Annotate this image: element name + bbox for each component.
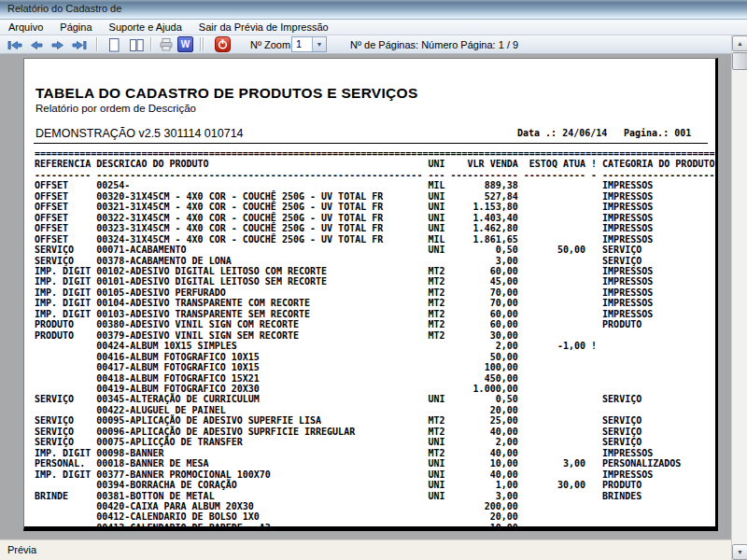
- page-counter-label: Nº de Páginas: Número Página: 1 / 9: [350, 39, 518, 50]
- two-pages-icon: [129, 37, 145, 53]
- first-page-icon: [7, 39, 22, 51]
- single-page-view-button[interactable]: [105, 36, 123, 53]
- menu-item-pagina[interactable]: Página: [51, 20, 100, 35]
- print-button[interactable]: [157, 36, 176, 53]
- previous-page-icon: [29, 39, 44, 51]
- zoom-select[interactable]: 1 ▼: [291, 36, 327, 52]
- report-divider: [34, 143, 708, 144]
- window-titlebar: Relatório do Cadastro de: [0, 0, 747, 20]
- scroll-up-icon: ▲: [737, 40, 743, 47]
- toolbar-separator: [96, 37, 97, 51]
- window-title: Relatório do Cadastro de: [7, 3, 121, 14]
- status-label: Prévia: [7, 544, 36, 555]
- menu-item-suporte-e-ajuda[interactable]: Suporte e Ajuda: [101, 20, 190, 35]
- menu-item-arquivo[interactable]: Arquivo: [0, 20, 51, 35]
- application-window: Relatório do Cadastro de Arquivo Página …: [0, 0, 747, 560]
- report-date: Data .: 24/06/14: [517, 128, 607, 138]
- next-page-icon: [50, 39, 65, 51]
- scroll-up-button[interactable]: ▲: [732, 35, 747, 51]
- scrollbar-thumb[interactable]: [732, 52, 747, 70]
- report-subtitle: Relatório por ordem de Descrição: [35, 103, 196, 114]
- status-bar: Prévia: [0, 539, 731, 560]
- close-preview-icon: [217, 38, 229, 50]
- toolbar-separator: [203, 37, 204, 51]
- export-word-button[interactable]: W: [177, 36, 193, 52]
- last-page-button[interactable]: [70, 36, 89, 53]
- word-export-icon: W: [181, 39, 190, 49]
- single-page-icon: [106, 37, 121, 53]
- report-title: TABELA DO CADASTRO DE PRODUTOS E SERVIÇO…: [35, 85, 418, 102]
- toolbar-separator: [150, 37, 151, 51]
- preview-area: TABELA DO CADASTRO DE PRODUTOS E SERVIÇO…: [0, 54, 747, 539]
- vertical-scrollbar[interactable]: ▲ ▼: [731, 35, 747, 560]
- report-page-number: Pagina.: 001: [624, 128, 691, 138]
- menu-item-sair-da-previa[interactable]: Sair da Prévia de Impressão: [190, 20, 337, 35]
- last-page-icon: [72, 39, 87, 51]
- zoom-value: 1: [292, 37, 312, 51]
- product-table: ========================================…: [35, 148, 714, 531]
- toolbar-separator: [200, 37, 201, 51]
- first-page-button[interactable]: [6, 36, 24, 53]
- two-pages-view-button[interactable]: [127, 36, 146, 53]
- zoom-label: Nº Zoom: [250, 39, 290, 50]
- close-preview-button[interactable]: [215, 36, 231, 52]
- toolbar: W Nº Zoom 1 ▼ Nº de Páginas: Número Pági…: [0, 35, 747, 54]
- combo-dropdown-icon[interactable]: ▼: [312, 37, 326, 51]
- report-version: DEMONSTRAÇÃO v2.5 301114 010714: [35, 127, 244, 140]
- menu-bar: Arquivo Página Suporte e Ajuda Sair da P…: [0, 20, 747, 35]
- print-icon: [159, 37, 174, 52]
- scroll-down-button[interactable]: ▼: [732, 544, 747, 560]
- next-page-button[interactable]: [49, 36, 67, 53]
- previous-page-button[interactable]: [27, 36, 46, 53]
- scroll-down-icon: ▼: [737, 549, 743, 555]
- report-page: TABELA DO CADASTRO DE PRODUTOS E SERVIÇO…: [23, 58, 718, 531]
